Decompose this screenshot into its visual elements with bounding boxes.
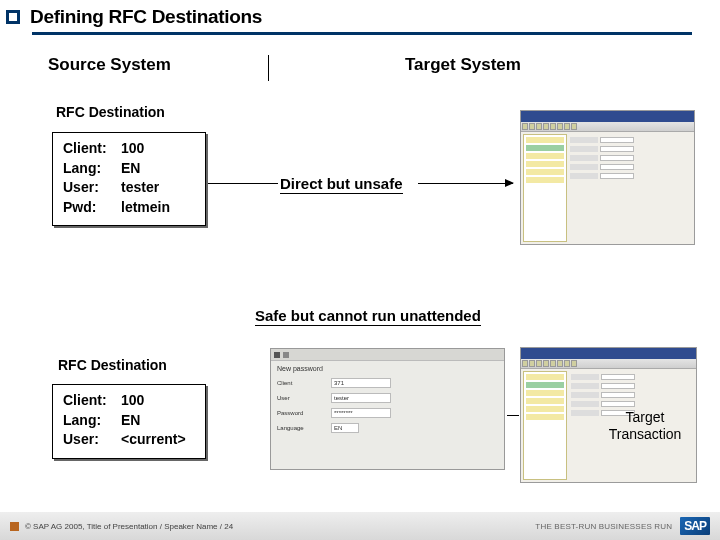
- login-password-label: Password: [277, 410, 325, 416]
- rfc1-user-label: User:: [63, 178, 121, 198]
- rfc1-client-label: Client:: [63, 139, 121, 159]
- title-bullet-icon: [6, 10, 20, 24]
- source-system-heading: Source System: [48, 55, 171, 75]
- login-language-value: EN: [331, 423, 359, 433]
- login-user-label: User: [277, 395, 325, 401]
- slide-footer: © SAP AG 2005, Title of Presentation / S…: [0, 512, 720, 540]
- target-system-heading: Target System: [405, 55, 521, 75]
- login-client-value: 371: [331, 378, 391, 388]
- login-dialog-header: New password: [277, 365, 498, 372]
- rfc2-lang-value: EN: [121, 411, 140, 431]
- rfc1-pwd-label: Pwd:: [63, 198, 121, 218]
- footer-copyright: © SAP AG 2005, Title of Presentation / S…: [25, 522, 233, 531]
- login-user-value: tester: [331, 393, 391, 403]
- footer-tagline: THE BEST-RUN BUSINESSES RUN: [535, 522, 672, 531]
- rfc2-client-value: 100: [121, 391, 144, 411]
- slide-title-row: Defining RFC Destinations: [0, 0, 720, 32]
- rfc-destination-box-1: Client:100 Lang:EN User:tester Pwd:letme…: [52, 132, 206, 226]
- slide-title: Defining RFC Destinations: [30, 6, 262, 28]
- rfc-destination-box-2: Client:100 Lang:EN User:<current>: [52, 384, 206, 459]
- rfc1-lang-value: EN: [121, 159, 140, 179]
- title-underline: [32, 32, 692, 35]
- rfc2-lang-label: Lang:: [63, 411, 121, 431]
- footer-bullet-icon: [10, 522, 19, 531]
- login-client-label: Client: [277, 380, 325, 386]
- rfc1-user-value: tester: [121, 178, 159, 198]
- heading-divider: [268, 55, 269, 81]
- login-language-label: Language: [277, 425, 325, 431]
- rfc-destination-heading-1: RFC Destination: [56, 104, 165, 120]
- login-dialog-screenshot: New password Client371 Usertester Passwo…: [270, 348, 505, 470]
- connector-line-2: [507, 415, 519, 416]
- login-password-value: ********: [331, 408, 391, 418]
- rfc-destination-heading-2: RFC Destination: [58, 357, 167, 373]
- rfc2-client-label: Client:: [63, 391, 121, 411]
- sap-logo-icon: SAP: [680, 517, 710, 535]
- connector-line: [208, 183, 278, 184]
- rfc1-pwd-value: letmein: [121, 198, 170, 218]
- target-transaction-screenshot-1: [520, 110, 695, 245]
- rfc1-lang-label: Lang:: [63, 159, 121, 179]
- rfc2-user-value: <current>: [121, 430, 186, 450]
- safe-unattended-label: Safe but cannot run unattended: [255, 307, 481, 326]
- target-transaction-label-2: Target Transaction: [595, 409, 695, 443]
- connector-arrow: [418, 183, 513, 184]
- rfc2-user-label: User:: [63, 430, 121, 450]
- rfc1-client-value: 100: [121, 139, 144, 159]
- direct-unsafe-label: Direct but unsafe: [280, 175, 403, 194]
